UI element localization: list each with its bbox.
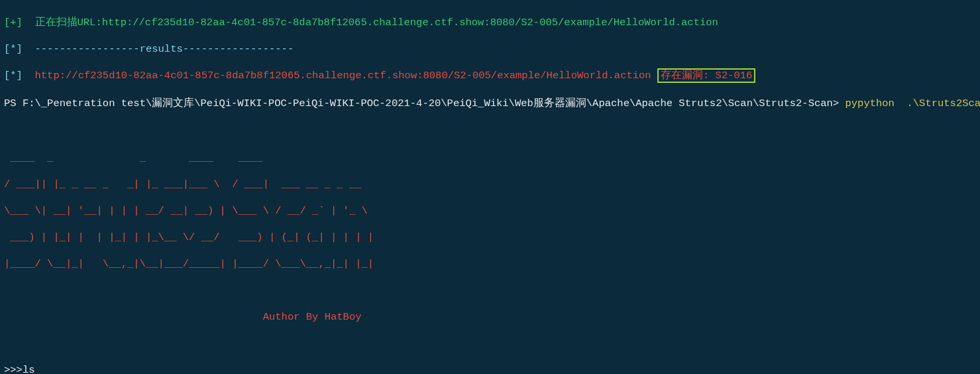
blank-1 bbox=[4, 125, 976, 138]
banner-line-3: \___ \| __| '__| | | | __/ __| __) | \__… bbox=[4, 204, 976, 218]
prefix-star-2: [*] bbox=[4, 70, 35, 82]
banner-author: Author By HatBoy bbox=[4, 310, 976, 324]
ps-prompt-line: PS F:\_Penetration test\漏洞文库\PeiQi-WIKI-… bbox=[4, 95, 976, 111]
shell-prompt[interactable]: >>>ls bbox=[4, 363, 976, 374]
prefix-star-1: [*] bbox=[4, 43, 35, 55]
terminal-output[interactable]: [+] 正在扫描URL:http://cf235d10-82aa-4c01-85… bbox=[0, 0, 980, 374]
results-dashes: -----------------results----------------… bbox=[35, 43, 294, 55]
vuln-url: http://cf235d10-82aa-4c01-857c-8da7b8f12… bbox=[35, 70, 651, 82]
vuln-result-highlight: 存在漏洞: S2-016 bbox=[657, 68, 755, 83]
results-header: [*] -----------------results------------… bbox=[4, 42, 976, 56]
banner-line-1: ____ _ _ ____ ____ bbox=[4, 151, 976, 164]
prefix-plus: [+] bbox=[4, 17, 35, 29]
blank-3 bbox=[4, 337, 976, 350]
shell-prefix: >>> bbox=[4, 364, 23, 374]
vuln-line: [*] http://cf235d10-82aa-4c01-857c-8da7b… bbox=[4, 69, 976, 82]
ps-path: PS F:\_Penetration test\漏洞文库\PeiQi-WIKI-… bbox=[4, 97, 845, 109]
author-text: Author By HatBoy bbox=[263, 311, 362, 323]
banner-line-5: |____/ \__|_| \__,_|\__|___/_____| |____… bbox=[4, 257, 976, 271]
scan-line: [+] 正在扫描URL:http://cf235d10-82aa-4c01-85… bbox=[4, 16, 976, 29]
spacer bbox=[651, 70, 657, 82]
blank-2 bbox=[4, 284, 976, 297]
scan-url-text: 正在扫描URL:http://cf235d10-82aa-4c01-857c-8… bbox=[35, 17, 718, 29]
banner-line-4: ___) | |_| | | |_| | |_\__ \/ __/ ___) |… bbox=[4, 231, 976, 244]
cmd-base[interactable]: pypython .\Struts2Scan.py bbox=[845, 97, 980, 109]
banner-line-2: / ___|| |_ _ __ _ _| |_ ___|___ \ / ___|… bbox=[4, 178, 976, 191]
shell-cmd[interactable]: ls bbox=[23, 364, 35, 374]
